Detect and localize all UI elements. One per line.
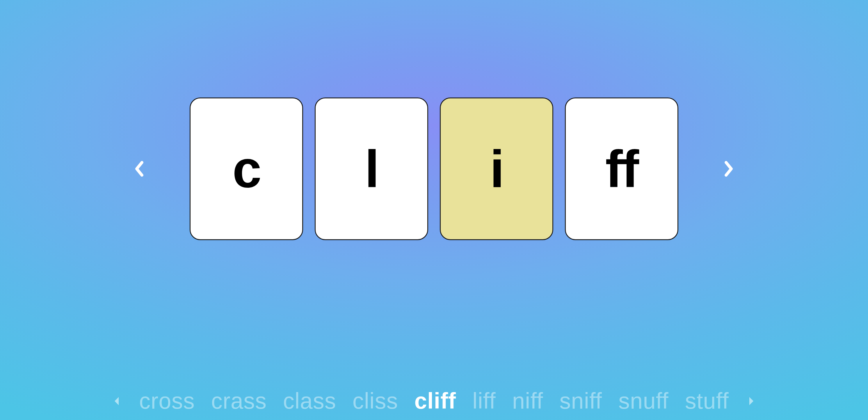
svg-marker-0 (115, 397, 119, 405)
letter-card[interactable]: i (440, 97, 553, 240)
word-strip: cross crass class cliss cliff liff niff … (0, 388, 868, 414)
prev-card-button[interactable] (127, 157, 151, 180)
word-item[interactable]: cross (139, 388, 195, 414)
svg-marker-1 (749, 397, 753, 405)
word-item[interactable]: liff (472, 388, 496, 414)
letter-cards: c l i ff (190, 97, 678, 240)
word-item[interactable]: crass (211, 388, 267, 414)
word-item[interactable]: cliss (352, 388, 398, 414)
triangle-left-icon (114, 396, 120, 406)
word-item[interactable]: class (283, 388, 336, 414)
strip-next-button[interactable] (745, 392, 757, 410)
letter-card[interactable]: ff (565, 97, 678, 240)
next-card-button[interactable] (717, 157, 741, 180)
word-item[interactable]: stuff (685, 388, 729, 414)
triangle-right-icon (748, 396, 754, 406)
word-item[interactable]: snuff (618, 388, 669, 414)
chevron-left-icon (134, 161, 144, 177)
word-item[interactable]: sniff (559, 388, 602, 414)
letter-card[interactable]: c (190, 97, 303, 240)
card-stage: c l i ff (0, 97, 868, 240)
word-item[interactable]: niff (512, 388, 544, 414)
word-item[interactable]: cliff (414, 388, 456, 414)
letter-card[interactable]: l (315, 97, 428, 240)
strip-prev-button[interactable] (111, 392, 123, 410)
chevron-right-icon (724, 161, 734, 177)
